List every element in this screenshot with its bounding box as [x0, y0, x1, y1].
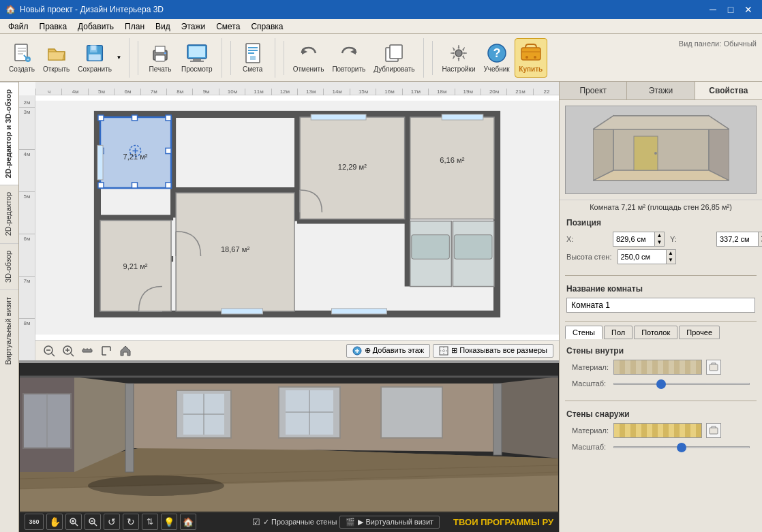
walls-outside-browse-button[interactable] — [706, 423, 721, 438]
sidebar-tab-2d[interactable]: 2D-редактор — [0, 185, 18, 242]
svg-rect-109 — [381, 387, 442, 438]
y-input[interactable] — [717, 234, 758, 245]
walls-inside-browse-button[interactable] — [706, 360, 721, 375]
subtab-walls[interactable]: Стены — [565, 326, 603, 339]
btn-zoom-out-3d[interactable] — [85, 514, 101, 530]
add-floor-button[interactable]: ⊕ Добавить этаж — [346, 344, 431, 358]
menu-file[interactable]: Файл — [3, 20, 34, 33]
tab-project[interactable]: Проект — [560, 82, 627, 99]
home-button-2d[interactable] — [117, 343, 134, 359]
x-spin-up[interactable]: ▲ — [654, 232, 664, 239]
virtual-visit-button[interactable]: 🎬 ▶ Виртуальный визит — [339, 516, 440, 529]
y-spin-down[interactable]: ▼ — [758, 239, 762, 246]
ruler-tick: 7м — [140, 89, 166, 95]
show-dimensions-button[interactable]: ⊞ Показывать все размеры — [433, 344, 553, 358]
subtab-ceiling[interactable]: Потолок — [634, 326, 677, 339]
svg-point-119 — [88, 475, 224, 496]
duplicate-label: Дублировать — [374, 65, 414, 73]
walls-outside-slider[interactable] — [613, 441, 750, 453]
buy-button[interactable]: Купить — [515, 38, 547, 78]
menu-view[interactable]: Вид — [150, 20, 176, 33]
svg-line-122 — [75, 523, 78, 526]
room-preview-label: Комната 7,21 м² (площадь стен 26,85 м²) — [560, 200, 762, 214]
sidebar-tab-virtual[interactable]: Виртуальный визит — [0, 290, 18, 372]
zoom-out-button[interactable] — [41, 343, 57, 359]
menu-help[interactable]: Справка — [245, 20, 288, 33]
btn-360[interactable]: 360 — [25, 514, 44, 530]
btn-zoom-in-3d[interactable] — [65, 514, 82, 530]
divider-1 — [565, 275, 757, 276]
save-button[interactable]: Сохранить — [74, 41, 115, 75]
tutorial-button[interactable]: ? Учебник — [481, 38, 513, 78]
wall-h-spin-up[interactable]: ▲ — [666, 250, 675, 257]
btn-rotate-left[interactable]: ↺ — [104, 514, 120, 530]
btn-light[interactable]: 💡 — [161, 514, 177, 530]
wall-height-row: Высота стен: ▲ ▼ — [566, 249, 755, 264]
save-label: Сохранить — [78, 65, 112, 73]
settings-button[interactable]: Настройки — [438, 38, 478, 78]
menu-estimate[interactable]: Смета — [211, 20, 245, 33]
create-button[interactable]: + Создать — [5, 38, 38, 78]
minimize-button[interactable]: ─ — [705, 3, 721, 16]
sidebar-tab-2d3d[interactable]: 2D-редактор и 3D-обзор — [0, 82, 18, 185]
transparent-walls-toggle[interactable]: ☑ ✓ Прозрачные стены — [252, 517, 337, 527]
view-3d[interactable]: 360 ✋ ↺ ↻ ⇅ 💡 🏠 ☑ ✓ Прозрачные стены — [19, 362, 559, 532]
editor-2d[interactable]: ч 4м 5м 6м 7м 8м 9м 10м 11м 12м 13м 14м … — [19, 82, 559, 362]
tab-floors[interactable]: Этажи — [627, 82, 695, 99]
menu-plan[interactable]: План — [119, 20, 150, 33]
ruler-tick: 5м — [88, 89, 114, 95]
undo-button[interactable]: Отменить — [290, 38, 328, 78]
open-button[interactable]: Открыть — [40, 38, 73, 78]
position-row: X: ▲ ▼ Y: ▲ ▼ — [566, 232, 755, 247]
redo-icon — [338, 42, 360, 64]
walls-inside-section: Стены внутри Материал: Масштаб: — [560, 342, 762, 396]
sidebar-tab-3d-label: 3D-обзор — [4, 251, 12, 283]
x-input[interactable] — [613, 234, 654, 245]
y-spin-up[interactable]: ▲ — [758, 232, 762, 239]
redo-button[interactable]: Повторить — [329, 38, 369, 78]
menu-floors[interactable]: Этажи — [176, 20, 211, 33]
wall-h-input[interactable] — [618, 251, 666, 262]
btn-hand[interactable]: ✋ — [46, 514, 63, 530]
svg-rect-133 — [634, 136, 658, 170]
duplicate-button[interactable]: Дублировать — [370, 38, 418, 78]
measure-button[interactable] — [79, 343, 95, 359]
svg-rect-42 — [132, 115, 137, 121]
menu-edit[interactable]: Правка — [34, 20, 73, 33]
svg-rect-135 — [710, 364, 718, 371]
select-button[interactable] — [98, 343, 115, 359]
btn-flip-vertical[interactable]: ⇅ — [142, 514, 158, 530]
preview-button[interactable]: Просмотр — [178, 38, 216, 78]
maximize-button[interactable]: □ — [722, 3, 739, 16]
save-dropdown-arrow[interactable]: ▼ — [115, 38, 123, 78]
print-button[interactable]: Печать — [144, 38, 177, 78]
toolbar-2d-bottom: ⊕ Добавить этаж ⊞ Показывать все размеры — [35, 340, 559, 360]
settings-icon — [448, 42, 470, 64]
duplicate-icon — [383, 42, 405, 64]
svg-text:6,16 м²: 6,16 м² — [440, 156, 464, 164]
menu-add[interactable]: Добавить — [72, 20, 119, 33]
sidebar-tab-3d[interactable]: 3D-обзор — [0, 243, 18, 290]
svg-rect-8 — [91, 46, 96, 50]
walls-inside-slider[interactable] — [613, 377, 750, 390]
estimate-group: Смета — [237, 38, 275, 78]
zoom-in-button[interactable] — [60, 343, 76, 359]
floorplan[interactable]: 7,21 м² 6,16 м² 18,67 м² 12,29 м² — [35, 95, 559, 340]
svg-marker-130 — [593, 170, 729, 181]
svg-point-28 — [525, 56, 528, 59]
btn-rotate-right[interactable]: ↻ — [123, 514, 139, 530]
subtab-other[interactable]: Прочее — [679, 326, 720, 339]
virtual-visit-label: ▶ Виртуальный визит — [358, 518, 433, 527]
close-button[interactable]: ✕ — [740, 3, 757, 16]
wall-h-spin-down[interactable]: ▼ — [666, 257, 675, 264]
svg-rect-113 — [493, 384, 502, 455]
tab-properties[interactable]: Свойства — [695, 82, 762, 99]
toolbar-3d-bottom: 360 ✋ ↺ ↻ ⇅ 💡 🏠 ☑ ✓ Прозрачные стены — [19, 512, 559, 532]
x-spin-down[interactable]: ▼ — [654, 239, 664, 246]
subtab-floor[interactable]: Пол — [604, 326, 633, 339]
room-name-input[interactable] — [566, 298, 755, 313]
svg-rect-41 — [98, 115, 104, 121]
btn-home-3d[interactable]: 🏠 — [180, 514, 196, 530]
material-subtabs: Стены Пол Потолок Прочее — [565, 326, 757, 339]
estimate-button[interactable]: Смета — [237, 38, 269, 78]
